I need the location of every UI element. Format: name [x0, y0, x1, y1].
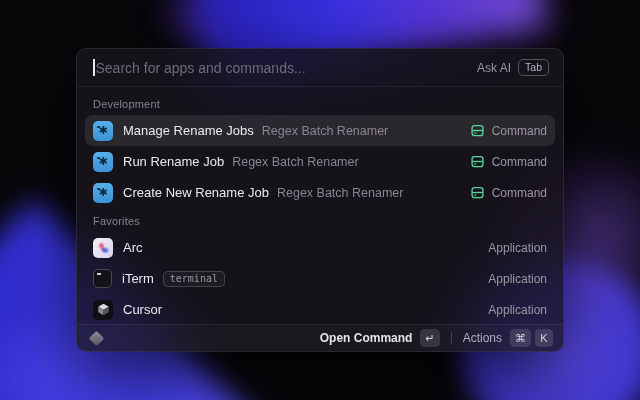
ask-ai-label: Ask AI — [477, 61, 511, 75]
command-icon — [470, 185, 485, 200]
raycast-logo-icon — [89, 330, 105, 346]
item-type-label: Command — [492, 124, 547, 138]
item-type-label: Application — [488, 303, 547, 317]
item-title: Arc — [123, 240, 143, 255]
list-item-manage-rename-jobs[interactable]: ✱ Manage Rename Jobs Regex Batch Renamer… — [85, 115, 555, 146]
launcher-window: Ask AI Tab Development ✱ Manage Rename J… — [76, 48, 564, 352]
item-type-label: Command — [492, 186, 547, 200]
iterm-app-icon — [93, 269, 112, 288]
terminal-prompt-glyph — [97, 273, 101, 275]
list-item-iterm[interactable]: iTerm terminal Application — [85, 263, 555, 294]
item-tag: terminal — [163, 271, 225, 287]
item-meta: Application — [488, 303, 547, 317]
section-header-favorites: Favorites — [85, 208, 555, 232]
results-list: Development ✱ Manage Rename Jobs Regex B… — [77, 87, 563, 324]
search-bar: Ask AI Tab — [77, 49, 563, 87]
starburst-glyph: ✱ — [98, 187, 107, 198]
list-item-cursor[interactable]: Cursor Application — [85, 294, 555, 324]
text-caret — [93, 59, 95, 76]
list-item-run-rename-job[interactable]: ✱ Run Rename Job Regex Batch Renamer Com… — [85, 146, 555, 177]
item-subtitle: Regex Batch Renamer — [277, 186, 403, 200]
item-meta: Application — [488, 272, 547, 286]
regex-batch-renamer-icon: ✱ — [93, 183, 113, 203]
tab-keycap: Tab — [518, 59, 549, 77]
section-header-development: Development — [85, 91, 555, 115]
ask-ai-action[interactable]: Ask AI Tab — [477, 59, 549, 77]
action-bar-right: Open Command ↵ Actions ⌘ K — [320, 329, 553, 347]
item-meta: Application — [488, 241, 547, 255]
item-subtitle: Regex Batch Renamer — [262, 124, 388, 138]
actions-shortcut: ⌘ K — [510, 329, 553, 347]
item-type-label: Application — [488, 272, 547, 286]
arc-logo-shape — [93, 238, 113, 258]
return-keycap: ↵ — [420, 329, 439, 347]
item-title: Create New Rename Job — [123, 185, 269, 200]
command-icon — [470, 123, 485, 138]
search-input[interactable] — [96, 60, 478, 76]
list-item-create-new-rename-job[interactable]: ✱ Create New Rename Job Regex Batch Rena… — [85, 177, 555, 208]
arc-app-icon — [93, 238, 113, 258]
starburst-glyph: ✱ — [98, 125, 107, 136]
k-keycap: K — [535, 329, 553, 347]
regex-batch-renamer-icon: ✱ — [93, 121, 113, 141]
item-title: Run Rename Job — [123, 154, 224, 169]
cursor-cube-glyph — [97, 303, 110, 316]
cursor-app-icon — [93, 300, 113, 320]
divider — [451, 332, 452, 344]
action-bar: Open Command ↵ Actions ⌘ K — [77, 324, 563, 351]
item-meta: Command — [470, 185, 547, 200]
item-type-label: Application — [488, 241, 547, 255]
item-title: iTerm — [122, 271, 154, 286]
regex-batch-renamer-icon: ✱ — [93, 152, 113, 172]
item-type-label: Command — [492, 155, 547, 169]
item-subtitle: Regex Batch Renamer — [232, 155, 358, 169]
open-command-action[interactable]: Open Command — [320, 331, 413, 345]
item-meta: Command — [470, 123, 547, 138]
item-meta: Command — [470, 154, 547, 169]
item-title: Manage Rename Jobs — [123, 123, 254, 138]
starburst-glyph: ✱ — [98, 156, 107, 167]
command-icon — [470, 154, 485, 169]
command-keycap: ⌘ — [510, 329, 531, 347]
item-title: Cursor — [123, 302, 162, 317]
list-item-arc[interactable]: Arc Application — [85, 232, 555, 263]
actions-menu-button[interactable]: Actions — [463, 331, 502, 345]
